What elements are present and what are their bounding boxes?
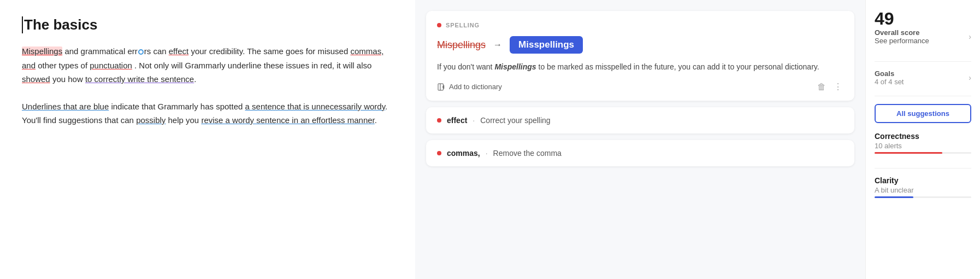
row-word: effect xyxy=(447,116,467,125)
bold-word: Mispellings xyxy=(494,62,536,71)
spelling-card: SPELLING Mispellings → Misspellings If y… xyxy=(426,11,854,101)
overall-score-label: Overall score xyxy=(875,28,929,37)
delete-button[interactable]: 🗑 xyxy=(816,81,827,93)
card-description: If you don't want Mispellings to be mark… xyxy=(437,61,843,73)
blue-underline-4: revise a wordy sentence in an effortless… xyxy=(201,115,374,125)
clarity-progress-bg xyxy=(875,196,971,198)
see-performance-row[interactable]: Overall score See performance › xyxy=(875,28,971,45)
book-icon xyxy=(437,83,446,91)
divider-2 xyxy=(875,96,971,96)
goals-section: Goals 4 of 4 set › xyxy=(875,69,971,86)
effect-underline: effect xyxy=(169,47,188,56)
right-panel: 49 Overall score See performance › Goals… xyxy=(865,0,980,279)
more-button[interactable]: ⋮ xyxy=(833,80,843,93)
clarity-progress-fill xyxy=(875,196,913,198)
add-to-dict-label: Add to dictionary xyxy=(449,83,502,91)
showed-underline: showed xyxy=(22,74,50,84)
correctness-progress-bg xyxy=(875,152,971,154)
goals-label: Goals xyxy=(875,69,904,78)
row-dot-red-2 xyxy=(437,151,441,155)
clarity-title: Clarity xyxy=(875,176,971,185)
row-separator-2: · xyxy=(486,149,488,158)
clarity-status: A bit unclear xyxy=(875,186,971,194)
row-word-2: commas, xyxy=(447,149,480,158)
blue-underline-2: a sentence that is unnecessarily wordy xyxy=(245,102,386,111)
goals-count: 4 of 4 set xyxy=(875,78,904,86)
score-section: 49 Overall score See performance › xyxy=(875,10,971,45)
all-suggestions-button[interactable]: All suggestions xyxy=(875,104,971,123)
divider-1 xyxy=(875,61,971,62)
blue-underline-1: Underlines that are blue xyxy=(22,102,109,111)
page-title: The basics xyxy=(22,16,393,33)
divider-3 xyxy=(875,168,971,168)
see-performance-text: See performance xyxy=(875,37,929,45)
to-correctly-underline: to correctly write the sentence xyxy=(85,74,194,84)
correctness-alerts: 10 alerts xyxy=(875,142,971,150)
row-action: Correct your spelling xyxy=(480,116,550,125)
row-action-2: Remove the comma xyxy=(493,149,562,158)
paragraph-1: Mispellings and grammatical errrs can ef… xyxy=(22,44,393,86)
word-old: Mispellings xyxy=(437,39,486,51)
card-actions: Add to dictionary 🗑 ⋮ xyxy=(437,80,843,93)
suggestions-panel: SPELLING Mispellings → Misspellings If y… xyxy=(415,0,865,279)
word-new: Misspellings xyxy=(510,36,583,54)
correctness-progress-fill xyxy=(875,152,942,154)
chevron-right-icon: › xyxy=(969,32,971,41)
row-dot-red xyxy=(437,118,441,123)
misspelling-highlight: Mispellings xyxy=(22,47,62,56)
dot-annotation xyxy=(138,49,144,55)
card-action-icons: 🗑 ⋮ xyxy=(816,80,843,93)
punctuation-underline: punctuation xyxy=(90,61,132,70)
commas-suggestion-row[interactable]: commas, · Remove the comma xyxy=(426,140,854,166)
card-header: SPELLING xyxy=(437,22,843,28)
add-to-dict-button[interactable]: Add to dictionary xyxy=(437,83,502,91)
card-dot-red xyxy=(437,23,441,27)
goals-row[interactable]: Goals 4 of 4 set › xyxy=(875,69,971,86)
row-separator: · xyxy=(473,116,475,125)
effect-suggestion-row[interactable]: effect · Correct your spelling xyxy=(426,107,854,133)
arrow-icon: → xyxy=(493,40,502,50)
correctness-title: Correctness xyxy=(875,132,971,141)
card-type-label: SPELLING xyxy=(446,22,480,28)
text-area: The basics Mispellings and grammatical e… xyxy=(0,0,415,279)
overall-score-number: 49 xyxy=(875,10,971,27)
clarity-section: Clarity A bit unclear xyxy=(875,176,971,198)
blue-underline-3: possibly xyxy=(136,115,166,125)
suggestion-words: Mispellings → Misspellings xyxy=(437,36,843,54)
paragraph-2: Underlines that are blue indicate that G… xyxy=(22,100,393,127)
chevron-right-icon-2: › xyxy=(969,73,971,82)
correctness-section: Correctness 10 alerts xyxy=(875,132,971,154)
